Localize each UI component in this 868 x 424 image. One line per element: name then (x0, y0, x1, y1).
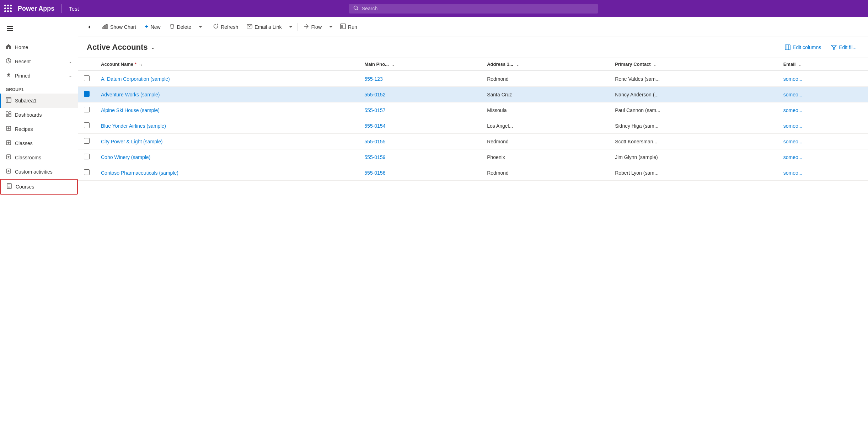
col-header-primary-contact[interactable]: Primary Contact ⌄ (609, 58, 778, 71)
row-checkbox[interactable] (84, 138, 90, 144)
main-phone-cell: 555-0154 (359, 118, 481, 134)
sidebar-item-recent[interactable]: Recent ⌄ (0, 54, 78, 69)
required-star: * (135, 62, 136, 67)
row-checkbox[interactable] (84, 75, 90, 81)
row-checkbox-cell[interactable] (78, 149, 95, 165)
account-name-cell[interactable]: Contoso Pharmaceuticals (sample) (95, 165, 359, 181)
account-name-cell[interactable]: Alpine Ski House (sample) (95, 102, 359, 118)
account-name-cell[interactable]: City Power & Light (sample) (95, 134, 359, 149)
row-checkbox-cell[interactable] (78, 71, 95, 87)
svg-rect-21 (103, 27, 104, 29)
table-row[interactable]: Alpine Ski House (sample) 555-0157 Misso… (78, 102, 868, 118)
sidebar-item-pinned[interactable]: Pinned ⌄ (0, 69, 78, 83)
sidebar-item-custom-activities[interactable]: Custom activities (0, 165, 78, 179)
select-all-header[interactable] (78, 58, 95, 71)
subarea1-icon (6, 97, 11, 104)
sidebar-item-subarea1[interactable]: Subarea1 (0, 94, 78, 108)
waffle-icon[interactable] (4, 5, 12, 12)
col-address-label: Address 1... (487, 62, 513, 67)
classrooms-label: Classrooms (15, 155, 41, 160)
svg-line-1 (357, 9, 358, 10)
custom-activities-icon (6, 168, 11, 175)
classes-label: Classes (15, 141, 33, 146)
row-checkbox-cell[interactable] (78, 102, 95, 118)
accounts-table: Account Name * ↑↓ Main Pho... ⌄ Address … (78, 58, 868, 181)
search-box[interactable] (349, 4, 598, 14)
email-cell: someo... (778, 149, 868, 165)
sidebar-item-dashboards[interactable]: Dashboards (0, 108, 78, 122)
email-link-icon (247, 23, 252, 30)
delete-button[interactable]: Delete (165, 21, 195, 33)
back-button[interactable] (84, 21, 95, 33)
primary-contact-chevron-icon[interactable]: ⌄ (653, 63, 656, 67)
toolbar-sep-1 (207, 23, 207, 31)
row-checkbox[interactable] (84, 122, 90, 128)
account-name-cell[interactable]: Coho Winery (sample) (95, 149, 359, 165)
sidebar: Home Recent ⌄ Pinned ⌄ Group1 (0, 17, 78, 424)
sort-icons[interactable]: ↑↓ (139, 63, 143, 67)
search-input[interactable] (362, 6, 594, 11)
table-row[interactable]: A. Datum Corporation (sample) 555-123 Re… (78, 71, 868, 87)
refresh-button[interactable]: Refresh (209, 21, 242, 33)
sidebar-item-classes[interactable]: Classes (0, 136, 78, 150)
account-name-cell[interactable]: Blue Yonder Airlines (sample) (95, 118, 359, 134)
col-header-main-phone[interactable]: Main Pho... ⌄ (359, 58, 481, 71)
list-title-chevron-icon[interactable]: ⌄ (151, 44, 155, 50)
env-name: Test (69, 6, 79, 12)
table-row[interactable]: Blue Yonder Airlines (sample) 555-0154 L… (78, 118, 868, 134)
primary-contact-cell: Sidney Higa (sam... (609, 118, 778, 134)
sidebar-item-recipes[interactable]: Recipes (0, 122, 78, 136)
svg-point-0 (354, 6, 357, 9)
sidebar-item-courses[interactable]: Courses (0, 179, 78, 195)
col-header-email[interactable]: Email ⌄ (778, 58, 868, 71)
list-actions: Edit columns Edit fil... (782, 43, 859, 52)
row-checkbox-cell[interactable] (78, 134, 95, 149)
table-row[interactable]: City Power & Light (sample) 555-0155 Red… (78, 134, 868, 149)
address-cell: Los Angel... (481, 118, 609, 134)
new-button[interactable]: + New (140, 20, 165, 33)
hamburger-button[interactable] (3, 21, 17, 36)
flow-button[interactable]: Flow (299, 21, 326, 33)
main-phone-chevron-icon[interactable]: ⌄ (392, 63, 395, 67)
row-checkbox-cell[interactable] (78, 87, 95, 102)
table-header: Account Name * ↑↓ Main Pho... ⌄ Address … (78, 58, 868, 71)
email-link-label: Email a Link (254, 24, 282, 30)
email-dropdown[interactable] (286, 22, 296, 32)
dashboards-icon (6, 111, 11, 118)
primary-contact-cell: Nancy Anderson (... (609, 87, 778, 102)
home-label: Home (15, 44, 72, 50)
edit-filters-button[interactable]: Edit fil... (828, 43, 859, 52)
row-checkbox[interactable] (84, 91, 90, 97)
email-chevron-icon[interactable]: ⌄ (798, 63, 801, 67)
row-checkbox[interactable] (84, 154, 90, 159)
table-row[interactable]: Coho Winery (sample) 555-0159 Phoenix Ji… (78, 149, 868, 165)
row-checkbox[interactable] (84, 169, 90, 175)
row-checkbox[interactable] (84, 107, 90, 112)
edit-columns-button[interactable]: Edit columns (782, 43, 824, 52)
account-name-cell[interactable]: Adventure Works (sample) (95, 87, 359, 102)
delete-icon (169, 23, 175, 30)
col-header-account-name[interactable]: Account Name * ↑↓ (95, 58, 359, 71)
flow-dropdown[interactable] (326, 22, 336, 32)
show-chart-label: Show Chart (110, 24, 136, 30)
run-button[interactable]: Run (336, 21, 361, 33)
address-cell: Missoula (481, 102, 609, 118)
svg-rect-25 (341, 24, 345, 29)
svg-rect-6 (6, 97, 11, 102)
account-name-cell[interactable]: A. Datum Corporation (sample) (95, 71, 359, 87)
email-link-button[interactable]: Email a Link (242, 21, 286, 33)
address-cell: Redmond (481, 134, 609, 149)
row-checkbox-cell[interactable] (78, 165, 95, 181)
delete-dropdown[interactable] (195, 22, 205, 32)
address-chevron-icon[interactable]: ⌄ (516, 63, 519, 67)
sidebar-item-classrooms[interactable]: Classrooms (0, 150, 78, 165)
svg-rect-4 (7, 30, 13, 31)
sidebar-item-home[interactable]: Home (0, 40, 78, 54)
show-chart-button[interactable]: Show Chart (98, 21, 140, 33)
col-header-address[interactable]: Address 1... ⌄ (481, 58, 609, 71)
delete-label: Delete (177, 24, 191, 30)
table-row[interactable]: Contoso Pharmaceuticals (sample) 555-015… (78, 165, 868, 181)
table-row[interactable]: Adventure Works (sample) 555-0152 Santa … (78, 87, 868, 102)
courses-icon (6, 183, 12, 190)
row-checkbox-cell[interactable] (78, 118, 95, 134)
